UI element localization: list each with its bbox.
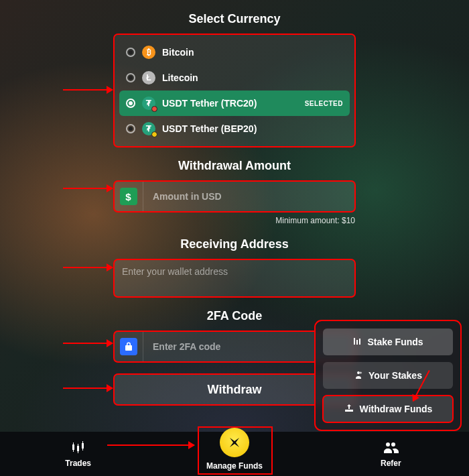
section-title-address: Receiving Address	[114, 237, 355, 251]
currency-list: ₿ Bitcoin Ł Litecoin ₮ USDT Tether (TRC2…	[114, 34, 355, 147]
nav-manage-funds[interactable]: Manage Funds	[156, 432, 312, 476]
currency-label: USDT Tether (TRC20)	[162, 98, 257, 109]
lock-icon	[120, 338, 137, 355]
lock-icon-wrap	[114, 331, 143, 362]
candlestick-icon	[71, 440, 86, 456]
stake-funds-button[interactable]: Stake Funds	[323, 329, 453, 355]
annotation-arrow	[63, 89, 113, 91]
section-title-amount: Withdrawal Amount	[114, 159, 355, 173]
minimum-amount-label: Minimum amount: $10	[114, 216, 355, 225]
nav-label: Refer	[381, 459, 401, 468]
withdraw-icon	[344, 404, 354, 415]
svg-rect-5	[82, 441, 83, 451]
amount-input-row: $	[114, 181, 355, 212]
person-icon	[354, 370, 363, 381]
network-badge-icon	[151, 106, 157, 112]
currency-option-litecoin[interactable]: Ł Litecoin	[119, 65, 350, 91]
funds-popup: Stake Funds Your Stakes Withdraw Funds	[315, 320, 461, 430]
radio-icon	[126, 124, 135, 133]
people-icon	[383, 440, 399, 456]
network-badge-icon	[151, 131, 157, 137]
currency-option-bitcoin[interactable]: ₿ Bitcoin	[119, 40, 350, 65]
your-stakes-button[interactable]: Your Stakes	[323, 362, 453, 389]
stake-icon	[352, 337, 362, 348]
nav-label: Manage Funds	[206, 461, 263, 471]
currency-label: Litecoin	[162, 72, 198, 83]
bitcoin-icon: ₿	[142, 46, 155, 59]
dollar-icon: $	[120, 188, 137, 205]
litecoin-icon: Ł	[142, 71, 155, 84]
address-input[interactable]	[122, 266, 347, 290]
tether-icon: ₮	[142, 97, 155, 110]
radio-icon	[126, 48, 135, 57]
withdraw-funds-button[interactable]: Withdraw Funds	[323, 396, 453, 422]
svg-rect-1	[73, 442, 74, 452]
annotation-arrow	[107, 444, 194, 446]
address-input-wrap	[114, 259, 355, 297]
selected-badge: SELECTED	[305, 100, 343, 107]
tether-icon: ₮	[142, 122, 155, 135]
radio-icon	[126, 99, 135, 108]
currency-label: USDT Tether (BEP20)	[162, 123, 257, 134]
annotation-arrow	[63, 343, 113, 344]
nav-label: Trades	[65, 459, 91, 468]
section-title-currency: Select Currency	[114, 12, 355, 26]
annotation-arrow	[63, 188, 113, 189]
amount-input[interactable]	[143, 181, 355, 212]
bottom-nav: Trades Manage Funds Refer	[0, 432, 469, 476]
svg-rect-3	[78, 444, 78, 453]
currency-option-usdt-trc20[interactable]: ₮ USDT Tether (TRC20) SELECTED	[119, 91, 350, 116]
nav-trades[interactable]: Trades	[0, 432, 156, 476]
nav-refer[interactable]: Refer	[313, 432, 469, 476]
currency-option-usdt-bep20[interactable]: ₮ USDT Tether (BEP20)	[119, 116, 350, 141]
currency-label: Bitcoin	[162, 47, 194, 58]
annotation-arrow	[63, 388, 113, 389]
radio-icon	[126, 73, 135, 82]
manage-funds-icon	[220, 428, 249, 457]
annotation-arrow	[63, 267, 113, 268]
dollar-icon-wrap: $	[114, 181, 143, 212]
